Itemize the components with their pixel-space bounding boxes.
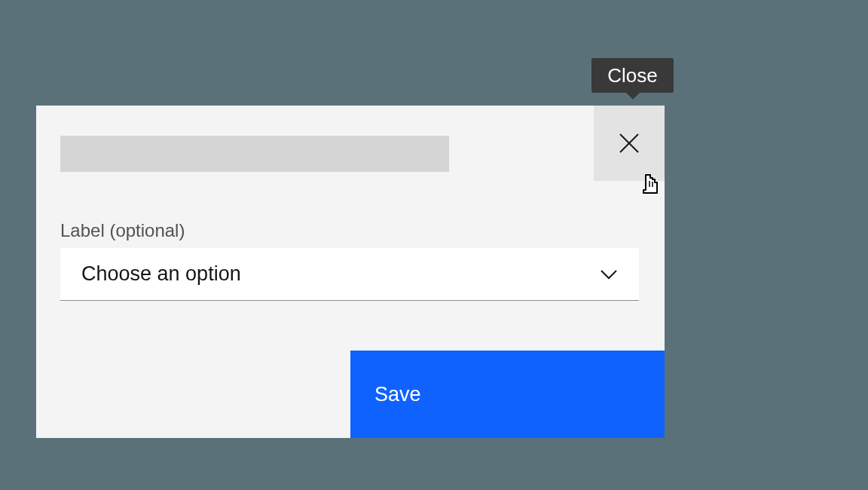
field-label: Label (optional) (60, 220, 185, 241)
save-label: Save (374, 383, 421, 406)
save-button[interactable]: Save (350, 351, 665, 438)
close-tooltip: Close (591, 58, 674, 93)
chevron-down-icon (600, 269, 618, 280)
dropdown-select[interactable]: Choose an option (60, 248, 639, 301)
tooltip-text: Close (607, 64, 657, 87)
title-placeholder (60, 136, 449, 172)
dropdown-placeholder: Choose an option (81, 262, 241, 286)
close-button[interactable] (594, 106, 665, 181)
modal-dialog: Label (optional) Choose an option Save (36, 106, 665, 438)
close-icon (619, 133, 639, 153)
